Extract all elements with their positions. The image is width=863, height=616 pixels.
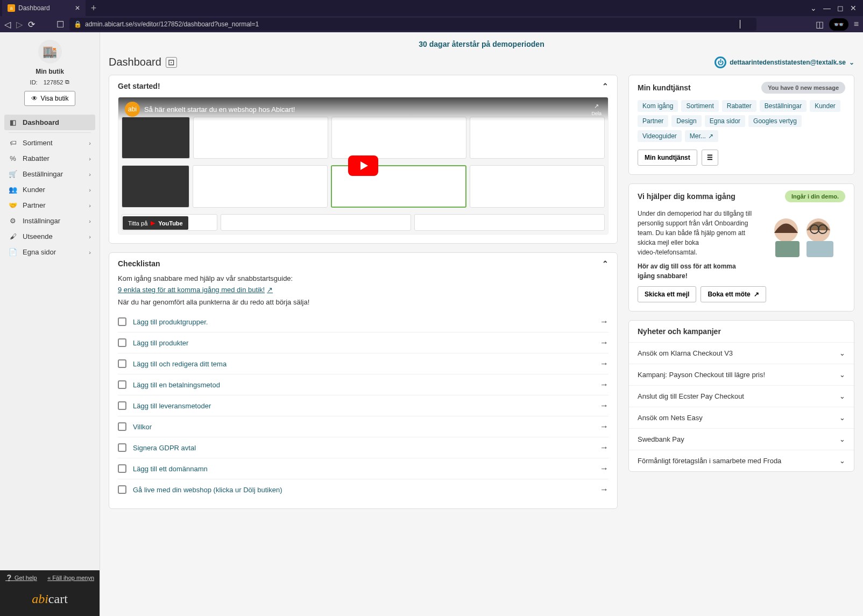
- checklist-item[interactable]: Signera GDPR avtal →: [118, 437, 609, 458]
- checkbox-icon[interactable]: [118, 422, 126, 431]
- close-window-icon[interactable]: ✕: [850, 4, 857, 12]
- user-menu[interactable]: ⏻ dettaarintedenstistatesten@textalk.se …: [715, 56, 854, 68]
- news-item[interactable]: Swedbank Pay ⌄: [629, 428, 854, 450]
- news-item[interactable]: Ansök om Klarna Checkout V3 ⌄: [629, 342, 854, 364]
- news-item[interactable]: Kampanj: Payson Checkout till lägre pris…: [629, 364, 854, 385]
- intro-video[interactable]: abi Så här enkelt startar du en webshop …: [118, 97, 609, 235]
- sidebar-item-egna-sidor[interactable]: 📄 Egna sidor ›: [4, 244, 95, 260]
- checklist-item[interactable]: Lägg till ett domännamn →: [118, 458, 609, 479]
- browser-tab[interactable]: a Dashboard ✕: [2, 0, 86, 16]
- card-title: Get started!: [118, 82, 160, 90]
- checklist-item[interactable]: Villkor →: [118, 416, 609, 437]
- news-card: Nyheter och kampanjer Ansök om Klarna Ch…: [628, 320, 854, 472]
- sidebar-item-kunder[interactable]: 👥 Kunder ›: [4, 182, 95, 197]
- sidebar-item-beställningar[interactable]: 🛒 Beställningar ›: [4, 166, 95, 182]
- sidebar-item-dashboard[interactable]: ◧ Dashboard: [4, 115, 95, 130]
- sidebar-item-rabatter[interactable]: % Rabatter ›: [4, 151, 95, 166]
- tab-close-icon[interactable]: ✕: [75, 4, 80, 12]
- nav-icon: 📄: [9, 248, 17, 256]
- watch-on-youtube[interactable]: Titta på ▶YouTube: [123, 216, 188, 230]
- checkbox-icon[interactable]: [118, 338, 126, 347]
- share-icon[interactable]: ↗Dela: [591, 103, 602, 116]
- menu-icon[interactable]: ≡: [854, 19, 859, 29]
- sidebar-item-utseende[interactable]: 🖌 Utseende ›: [4, 229, 95, 244]
- support-tag[interactable]: Sortiment: [681, 100, 718, 112]
- checklist-item[interactable]: Lägg till en betalningsmetod →: [118, 374, 609, 395]
- new-tab-button[interactable]: +: [91, 3, 97, 14]
- arrow-right-icon: →: [600, 359, 609, 369]
- checkbox-icon[interactable]: [118, 443, 126, 452]
- collapse-icon[interactable]: ⌃: [602, 82, 609, 90]
- page-title: Dashboard ⊡: [109, 56, 177, 68]
- chevron-right-icon: ›: [89, 171, 91, 178]
- support-tag[interactable]: Egna sidor: [705, 115, 745, 127]
- support-tag[interactable]: Videoguider: [638, 130, 682, 142]
- view-store-button[interactable]: 👁 Visa butik: [24, 91, 76, 106]
- arrow-right-icon: →: [600, 317, 609, 327]
- chevron-down-icon[interactable]: ⌄: [810, 4, 817, 12]
- support-list-button[interactable]: ☰: [702, 150, 718, 166]
- checkbox-icon[interactable]: [118, 485, 126, 494]
- support-tag[interactable]: Rabatter: [722, 100, 756, 112]
- window-controls: ⌄ — ◻ ✕: [810, 4, 861, 12]
- panel-icon[interactable]: ◫: [816, 19, 824, 30]
- bookmark-icon[interactable]: ☐: [56, 19, 64, 30]
- support-tag[interactable]: Partner: [638, 115, 668, 127]
- send-mail-button[interactable]: Skicka ett mejl: [638, 286, 696, 302]
- checkbox-icon[interactable]: [118, 464, 126, 473]
- checklist-item[interactable]: Lägg till produktgrupper. →: [118, 311, 609, 332]
- checklist-item[interactable]: Gå live med din webshop (klicka ur Dölj …: [118, 479, 609, 500]
- nav-label: Inställningar: [23, 217, 60, 225]
- support-tag[interactable]: Googles vertyg: [748, 115, 802, 127]
- sidebar-item-sortiment[interactable]: 🏷 Sortiment ›: [4, 135, 95, 151]
- onboarding-illustration: [759, 209, 845, 281]
- support-tag-more[interactable]: Mer... ↗: [685, 130, 718, 142]
- maximize-icon[interactable]: ◻: [837, 4, 844, 12]
- checklist-label: Gå live med din webshop (klicka ur Dölj …: [133, 486, 282, 494]
- collapse-menu-link[interactable]: « Fäll ihop menyn: [47, 575, 94, 582]
- checklist-item[interactable]: Lägg till och redigera ditt tema →: [118, 353, 609, 374]
- forward-icon[interactable]: ▷: [16, 19, 23, 30]
- news-item[interactable]: Ansök om Nets Easy ⌄: [629, 407, 854, 428]
- support-button[interactable]: Min kundtjänst: [638, 150, 697, 166]
- minimize-icon[interactable]: —: [823, 4, 831, 12]
- chevron-right-icon: ›: [89, 187, 91, 193]
- checkbox-icon[interactable]: [118, 401, 126, 410]
- support-tag[interactable]: Beställningar: [760, 100, 807, 112]
- chevron-right-icon: ›: [89, 202, 91, 209]
- support-card: Min kundtjänst You have 0 new message Ko…: [628, 75, 854, 175]
- reload-icon[interactable]: ⟳: [28, 19, 35, 30]
- checklist-intro: Kom igång snabbare med hjälp av vår snab…: [118, 274, 609, 282]
- checklist-guide-link[interactable]: 9 enkla steg för att komma igång med din…: [118, 286, 273, 294]
- get-help-link[interactable]: ❔ Get help: [5, 575, 37, 582]
- browser-tab-bar: a Dashboard ✕ + ⌄ — ◻ ✕: [0, 0, 863, 16]
- chevron-down-icon: ⌄: [839, 414, 845, 422]
- sidebar-item-inställningar[interactable]: ⚙ Inställningar ›: [4, 213, 95, 229]
- support-tag[interactable]: Design: [671, 115, 701, 127]
- play-button[interactable]: [348, 155, 378, 176]
- chevron-right-icon: ›: [89, 155, 91, 162]
- news-item[interactable]: Förmånligt företagslån i samarbete med F…: [629, 450, 854, 471]
- checkbox-icon[interactable]: [118, 380, 126, 389]
- collapse-icon[interactable]: ⌃: [602, 259, 609, 268]
- news-item-label: Anslut dig till Ecster Pay Checkout: [638, 392, 744, 400]
- copy-icon[interactable]: ⧉: [65, 79, 69, 86]
- external-link-icon: ↗: [754, 291, 759, 298]
- news-item[interactable]: Anslut dig till Ecster Pay Checkout ⌄: [629, 385, 854, 407]
- book-meeting-button[interactable]: Boka ett möte↗: [701, 286, 766, 302]
- sidebar-item-partner[interactable]: 🤝 Partner ›: [4, 197, 95, 213]
- back-icon[interactable]: ◁: [4, 19, 11, 30]
- nav-label: Egna sidor: [23, 248, 56, 256]
- checklist-label: Lägg till leveransmetoder: [133, 402, 211, 410]
- nav-label: Partner: [23, 201, 46, 209]
- checklist-item[interactable]: Lägg till produkter →: [118, 332, 609, 353]
- svg-rect-4: [775, 241, 800, 257]
- checklist-item[interactable]: Lägg till leveransmetoder →: [118, 395, 609, 416]
- checkbox-icon[interactable]: [118, 359, 126, 368]
- url-bar[interactable]: 🔒 admin.abicart.se/sv/editor/127852/dash…: [69, 18, 756, 31]
- support-tag[interactable]: Kom igång: [638, 100, 678, 112]
- feedback-icon[interactable]: ⊡: [166, 57, 177, 68]
- support-tag[interactable]: Kunder: [810, 100, 840, 112]
- checkbox-icon[interactable]: [118, 317, 126, 326]
- incognito-icon[interactable]: 👓: [829, 18, 848, 31]
